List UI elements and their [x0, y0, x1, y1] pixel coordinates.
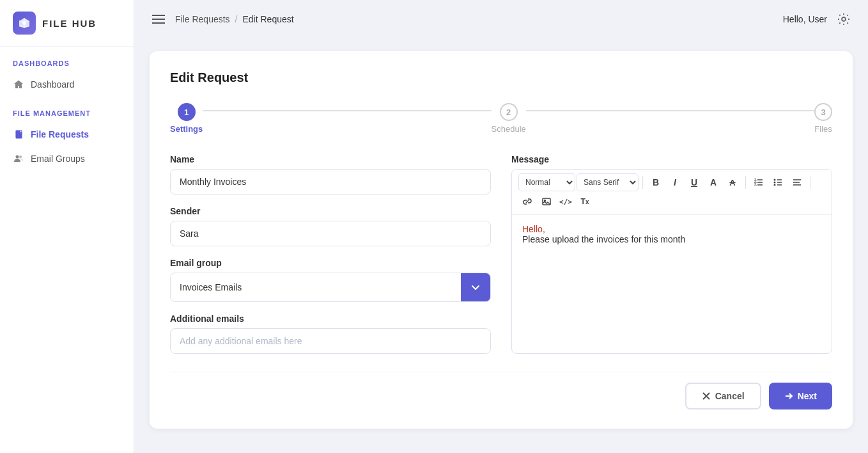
step-2-circle: 2 [500, 103, 518, 121]
page-content: Edit Request 1 Settings 2 Sc [134, 38, 868, 453]
settings-icon[interactable] [835, 10, 853, 28]
message-label: Message [511, 154, 832, 164]
sidebar-item-dashboard[interactable]: Dashboard [0, 72, 134, 97]
align-button[interactable] [788, 173, 806, 191]
svg-text:3.: 3. [754, 182, 757, 186]
edit-request-card: Edit Request 1 Settings 2 Sc [150, 51, 853, 429]
next-icon [784, 392, 793, 401]
sidebar-item-email-groups-label: Email Groups [31, 154, 85, 164]
email-group-label: Email group [170, 258, 491, 268]
link-button[interactable] [518, 193, 536, 211]
sidebar-section-file-management: FILE MANAGEMENT [0, 109, 134, 122]
image-button[interactable] [538, 193, 555, 211]
clear-format-button[interactable]: Tx [576, 193, 594, 211]
breadcrumb-root[interactable]: File Requests [175, 14, 230, 24]
sender-input[interactable] [170, 221, 491, 246]
topbar: File Requests / Edit Request Hello, User [134, 0, 868, 38]
sidebar: FILE HUB DASHBOARDS Dashboard FILE MANAG… [0, 0, 134, 453]
text-color-button[interactable]: A [704, 173, 722, 191]
message-editor-container: Normal Heading 1 Heading 2 Sans Serif Se… [511, 169, 832, 354]
strikethrough-button[interactable]: A [724, 173, 741, 191]
sidebar-section-dashboards: DASHBOARDS [0, 60, 134, 72]
cancel-button[interactable]: Cancel [685, 383, 761, 409]
topbar-right: Hello, User [783, 10, 853, 28]
underline-button[interactable]: U [685, 173, 703, 191]
svg-point-10 [774, 184, 776, 186]
email-group-field-group: Email group [170, 258, 491, 302]
toolbar-sep-2 [745, 176, 746, 189]
additional-emails-field-group: Additional emails [170, 314, 491, 354]
email-group-input[interactable] [171, 275, 461, 299]
cancel-icon [702, 392, 711, 401]
style-select[interactable]: Normal Heading 1 Heading 2 [518, 173, 575, 191]
step-3-label: Files [814, 124, 832, 134]
svg-point-2 [16, 155, 19, 159]
hamburger-button[interactable] [150, 12, 167, 26]
home-icon [13, 79, 24, 90]
svg-point-3 [19, 155, 22, 158]
bold-button[interactable]: B [647, 173, 665, 191]
breadcrumb-current: Edit Request [242, 14, 293, 24]
stepper: 1 Settings 2 Schedule 3 [170, 103, 832, 134]
logo-text: FILE HUB [42, 18, 97, 29]
step-1-label: Settings [170, 124, 203, 134]
step-1-circle: 1 [178, 103, 196, 121]
people-icon [13, 153, 24, 164]
editor-toolbar: Normal Heading 1 Heading 2 Sans Serif Se… [512, 170, 832, 215]
stepper-step-2: 2 Schedule [492, 103, 526, 134]
sender-label: Sender [170, 206, 491, 216]
ordered-list-button[interactable]: 1. 2. 3. [750, 173, 768, 191]
message-editor-body[interactable]: Hello, Please upload the invoices for th… [512, 215, 832, 317]
step-2-label: Schedule [492, 124, 526, 134]
unordered-list-button[interactable] [769, 173, 787, 191]
form-main: Name Sender Email group [170, 154, 832, 354]
sidebar-item-email-groups[interactable]: Email Groups [0, 147, 134, 171]
stepper-step-1: 1 Settings [170, 103, 203, 134]
main-area: File Requests / Edit Request Hello, User… [134, 0, 868, 453]
step-3-circle: 3 [814, 103, 832, 121]
svg-point-9 [774, 182, 776, 184]
svg-point-4 [842, 17, 846, 21]
topbar-left: File Requests / Edit Request [150, 12, 294, 26]
hello-user-text: Hello, User [783, 14, 827, 24]
stepper-line-2-3 [526, 110, 814, 111]
sidebar-item-file-requests[interactable]: File Requests [0, 122, 134, 147]
font-select[interactable]: Sans Serif Serif Monospace [577, 173, 639, 191]
message-hello: Hello, [522, 224, 545, 234]
name-input[interactable] [170, 169, 491, 195]
name-label: Name [170, 154, 491, 164]
card-footer: Cancel Next [170, 372, 832, 409]
form-right: Message Normal Heading 1 Heading 2 Sans … [511, 154, 832, 354]
additional-emails-input[interactable] [170, 328, 491, 354]
breadcrumb-separator: / [235, 14, 238, 24]
italic-button[interactable]: I [666, 173, 684, 191]
name-field-group: Name [170, 154, 491, 195]
breadcrumb: File Requests / Edit Request [175, 14, 294, 24]
sidebar-logo: FILE HUB [0, 0, 134, 47]
toolbar-sep-3 [810, 176, 810, 189]
logo-icon [13, 12, 36, 35]
file-icon [13, 129, 24, 140]
next-button[interactable]: Next [769, 383, 832, 409]
code-button[interactable]: </> [557, 193, 575, 211]
svg-point-0 [22, 21, 26, 25]
email-group-dropdown-button[interactable] [461, 273, 490, 301]
sender-field-group: Sender [170, 206, 491, 246]
stepper-line-1-2 [203, 110, 491, 111]
form-left: Name Sender Email group [170, 154, 491, 354]
stepper-step-3: 3 Files [814, 103, 832, 134]
message-body-text: Please upload the invoices for this mont… [522, 234, 685, 244]
sidebar-item-file-requests-label: File Requests [31, 129, 89, 139]
toolbar-sep-1 [642, 176, 643, 189]
svg-point-8 [774, 179, 776, 181]
additional-emails-label: Additional emails [170, 314, 491, 324]
email-group-row [170, 273, 491, 302]
sidebar-item-dashboard-label: Dashboard [31, 79, 75, 90]
page-title: Edit Request [170, 70, 832, 85]
